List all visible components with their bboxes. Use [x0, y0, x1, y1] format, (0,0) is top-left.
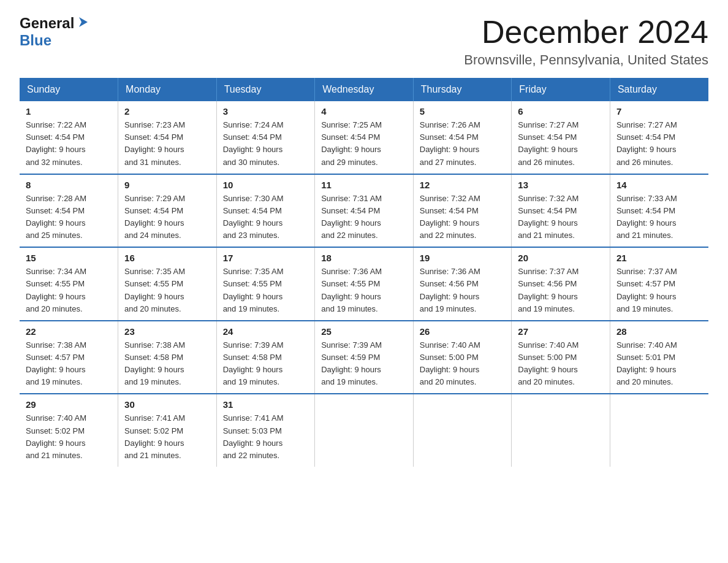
calendar-cell: 16 Sunrise: 7:35 AMSunset: 4:55 PMDaylig… [118, 247, 217, 321]
calendar-cell [413, 394, 512, 467]
day-detail: Sunrise: 7:36 AMSunset: 4:55 PMDaylight:… [321, 266, 407, 315]
day-detail: Sunrise: 7:40 AMSunset: 5:01 PMDaylight:… [616, 339, 702, 389]
weekday-header-row: SundayMondayTuesdayWednesdayThursdayFrid… [20, 78, 708, 101]
calendar-cell: 19 Sunrise: 7:36 AMSunset: 4:56 PMDaylig… [413, 247, 512, 321]
day-detail: Sunrise: 7:28 AMSunset: 4:54 PMDaylight:… [26, 193, 112, 242]
day-detail: Sunrise: 7:32 AMSunset: 4:54 PMDaylight:… [518, 193, 604, 242]
calendar-cell: 25 Sunrise: 7:39 AMSunset: 4:59 PMDaylig… [315, 321, 414, 394]
calendar-cell [512, 394, 610, 467]
calendar-cell: 1 Sunrise: 7:22 AMSunset: 4:54 PMDayligh… [20, 101, 118, 174]
day-number: 29 [26, 399, 112, 410]
day-number: 8 [26, 180, 112, 190]
day-number: 28 [616, 326, 702, 337]
day-number: 24 [223, 326, 309, 337]
calendar-cell: 27 Sunrise: 7:40 AMSunset: 5:00 PMDaylig… [512, 321, 610, 394]
day-detail: Sunrise: 7:38 AMSunset: 4:58 PMDaylight:… [124, 339, 210, 389]
calendar-cell: 2 Sunrise: 7:23 AMSunset: 4:54 PMDayligh… [118, 101, 217, 174]
day-detail: Sunrise: 7:27 AMSunset: 4:54 PMDaylight:… [518, 119, 604, 169]
title-block: December 2024 Brownsville, Pennsylvania,… [464, 15, 708, 68]
calendar-cell: 6 Sunrise: 7:27 AMSunset: 4:54 PMDayligh… [512, 101, 610, 174]
day-number: 6 [518, 106, 604, 117]
weekday-header-saturday: Saturday [610, 78, 708, 101]
day-detail: Sunrise: 7:35 AMSunset: 4:55 PMDaylight:… [124, 266, 210, 315]
day-number: 13 [518, 180, 604, 190]
day-number: 1 [26, 106, 112, 117]
day-detail: Sunrise: 7:41 AMSunset: 5:02 PMDaylight:… [124, 412, 210, 462]
calendar-cell [610, 394, 708, 467]
calendar-cell [315, 394, 414, 467]
day-detail: Sunrise: 7:36 AMSunset: 4:56 PMDaylight:… [420, 266, 506, 315]
day-number: 26 [420, 326, 506, 337]
calendar-cell: 5 Sunrise: 7:26 AMSunset: 4:54 PMDayligh… [413, 101, 512, 174]
day-detail: Sunrise: 7:40 AMSunset: 5:02 PMDaylight:… [26, 412, 112, 462]
calendar-table: SundayMondayTuesdayWednesdayThursdayFrid… [20, 78, 708, 467]
day-number: 5 [420, 106, 506, 117]
calendar-cell: 9 Sunrise: 7:29 AMSunset: 4:54 PMDayligh… [118, 174, 217, 248]
day-number: 11 [321, 180, 407, 190]
calendar-cell: 17 Sunrise: 7:35 AMSunset: 4:55 PMDaylig… [216, 247, 315, 321]
month-title: December 2024 [464, 15, 708, 50]
day-number: 12 [420, 180, 506, 190]
day-number: 17 [223, 253, 309, 263]
calendar-week-row: 1 Sunrise: 7:22 AMSunset: 4:54 PMDayligh… [20, 101, 708, 174]
calendar-week-row: 8 Sunrise: 7:28 AMSunset: 4:54 PMDayligh… [20, 174, 708, 248]
day-number: 3 [223, 106, 309, 117]
day-number: 2 [124, 106, 210, 117]
day-number: 7 [616, 106, 702, 117]
calendar-cell: 15 Sunrise: 7:34 AMSunset: 4:55 PMDaylig… [20, 247, 118, 321]
svg-marker-0 [79, 17, 88, 27]
page-header: General Blue December 2024 Brownsville, … [20, 15, 708, 68]
day-detail: Sunrise: 7:35 AMSunset: 4:55 PMDaylight:… [223, 266, 309, 315]
weekday-header-friday: Friday [512, 78, 610, 101]
calendar-cell: 20 Sunrise: 7:37 AMSunset: 4:56 PMDaylig… [512, 247, 610, 321]
weekday-header-sunday: Sunday [20, 78, 118, 101]
day-detail: Sunrise: 7:24 AMSunset: 4:54 PMDaylight:… [223, 119, 309, 169]
day-detail: Sunrise: 7:30 AMSunset: 4:54 PMDaylight:… [223, 193, 309, 242]
weekday-header-thursday: Thursday [413, 78, 512, 101]
weekday-header-tuesday: Tuesday [216, 78, 315, 101]
day-detail: Sunrise: 7:26 AMSunset: 4:54 PMDaylight:… [420, 119, 506, 169]
logo-blue-text: Blue [20, 32, 51, 48]
day-detail: Sunrise: 7:39 AMSunset: 4:59 PMDaylight:… [321, 339, 407, 389]
logo-general-text: General [20, 15, 74, 32]
weekday-header-wednesday: Wednesday [315, 78, 414, 101]
day-detail: Sunrise: 7:37 AMSunset: 4:57 PMDaylight:… [616, 266, 702, 315]
day-number: 9 [124, 180, 210, 190]
day-detail: Sunrise: 7:32 AMSunset: 4:54 PMDaylight:… [420, 193, 506, 242]
day-detail: Sunrise: 7:29 AMSunset: 4:54 PMDaylight:… [124, 193, 210, 242]
calendar-cell: 10 Sunrise: 7:30 AMSunset: 4:54 PMDaylig… [216, 174, 315, 248]
calendar-cell: 23 Sunrise: 7:38 AMSunset: 4:58 PMDaylig… [118, 321, 217, 394]
calendar-cell: 28 Sunrise: 7:40 AMSunset: 5:01 PMDaylig… [610, 321, 708, 394]
day-detail: Sunrise: 7:23 AMSunset: 4:54 PMDaylight:… [124, 119, 210, 169]
day-detail: Sunrise: 7:33 AMSunset: 4:54 PMDaylight:… [616, 193, 702, 242]
calendar-week-row: 29 Sunrise: 7:40 AMSunset: 5:02 PMDaylig… [20, 394, 708, 467]
day-detail: Sunrise: 7:27 AMSunset: 4:54 PMDaylight:… [616, 119, 702, 169]
day-detail: Sunrise: 7:40 AMSunset: 5:00 PMDaylight:… [420, 339, 506, 389]
calendar-cell: 3 Sunrise: 7:24 AMSunset: 4:54 PMDayligh… [216, 101, 315, 174]
calendar-cell: 21 Sunrise: 7:37 AMSunset: 4:57 PMDaylig… [610, 247, 708, 321]
calendar-cell: 12 Sunrise: 7:32 AMSunset: 4:54 PMDaylig… [413, 174, 512, 248]
day-number: 16 [124, 253, 210, 263]
day-detail: Sunrise: 7:41 AMSunset: 5:03 PMDaylight:… [223, 412, 309, 462]
calendar-cell: 11 Sunrise: 7:31 AMSunset: 4:54 PMDaylig… [315, 174, 414, 248]
day-number: 20 [518, 253, 604, 263]
day-detail: Sunrise: 7:39 AMSunset: 4:58 PMDaylight:… [223, 339, 309, 389]
day-detail: Sunrise: 7:34 AMSunset: 4:55 PMDaylight:… [26, 266, 112, 315]
calendar-cell: 14 Sunrise: 7:33 AMSunset: 4:54 PMDaylig… [610, 174, 708, 248]
calendar-cell: 29 Sunrise: 7:40 AMSunset: 5:02 PMDaylig… [20, 394, 118, 467]
calendar-cell: 4 Sunrise: 7:25 AMSunset: 4:54 PMDayligh… [315, 101, 414, 174]
day-number: 15 [26, 253, 112, 263]
day-number: 23 [124, 326, 210, 337]
calendar-cell: 13 Sunrise: 7:32 AMSunset: 4:54 PMDaylig… [512, 174, 610, 248]
logo: General Blue [20, 15, 89, 49]
day-number: 30 [124, 399, 210, 410]
day-detail: Sunrise: 7:22 AMSunset: 4:54 PMDaylight:… [26, 119, 112, 169]
day-detail: Sunrise: 7:38 AMSunset: 4:57 PMDaylight:… [26, 339, 112, 389]
calendar-week-row: 22 Sunrise: 7:38 AMSunset: 4:57 PMDaylig… [20, 321, 708, 394]
calendar-cell: 31 Sunrise: 7:41 AMSunset: 5:03 PMDaylig… [216, 394, 315, 467]
calendar-cell: 30 Sunrise: 7:41 AMSunset: 5:02 PMDaylig… [118, 394, 217, 467]
day-number: 4 [321, 106, 407, 117]
calendar-cell: 7 Sunrise: 7:27 AMSunset: 4:54 PMDayligh… [610, 101, 708, 174]
day-number: 10 [223, 180, 309, 190]
day-detail: Sunrise: 7:25 AMSunset: 4:54 PMDaylight:… [321, 119, 407, 169]
